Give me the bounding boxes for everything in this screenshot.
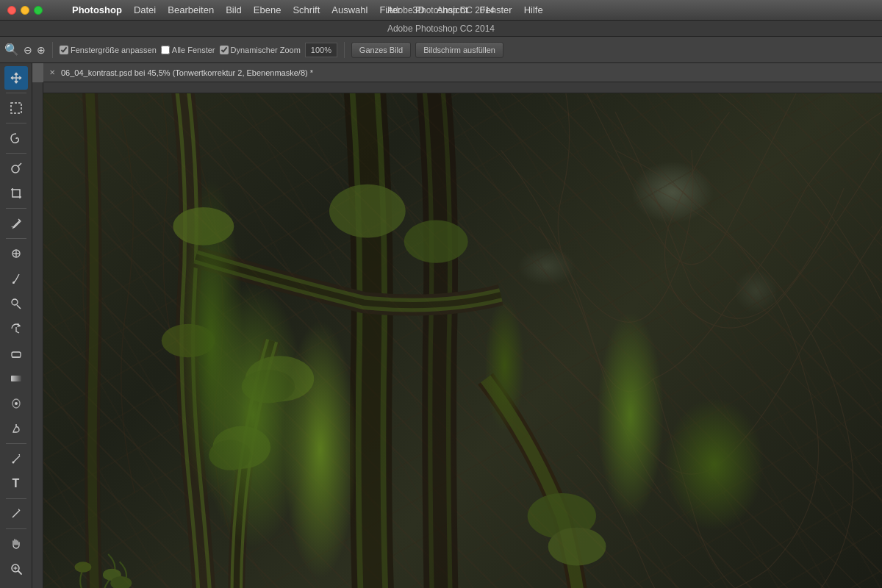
svg-rect-10: [11, 376, 21, 381]
menu-schrift[interactable]: Schrift: [287, 0, 326, 20]
svg-line-2: [18, 163, 21, 166]
alle-fenster-checkbox[interactable]: [161, 46, 170, 54]
blur-tool[interactable]: [4, 392, 28, 415]
menu-3d[interactable]: 3D: [406, 0, 431, 20]
menu-fenster[interactable]: Fenster: [474, 0, 518, 20]
tab-label: 06_04_kontrast.psd bei 45,5% (Tonwertkor…: [61, 68, 313, 77]
app-titlebar: Adobe Photoshop CC 2014: [0, 21, 882, 37]
canvas-area: ✕ 06_04_kontrast.psd bei 45,5% (Tonwertk…: [32, 63, 882, 588]
ruler-horizontal: [32, 82, 882, 93]
menu-ansicht[interactable]: Ansicht: [431, 0, 474, 20]
menu-photoshop[interactable]: Photoshop: [66, 0, 128, 20]
menu-bearbeiten[interactable]: Bearbeiten: [162, 0, 220, 20]
lasso-tool[interactable]: [4, 126, 28, 150]
image-canvas: [43, 93, 882, 588]
toolbar: T: [0, 63, 32, 588]
canvas-content[interactable]: [43, 93, 882, 588]
ruler-vertical: [32, 82, 43, 588]
menu-datei[interactable]: Datei: [128, 0, 162, 20]
zoom-plus-btn[interactable]: ⊕: [37, 44, 46, 56]
fenstergroesse-checkbox[interactable]: [60, 46, 68, 54]
quick-selection-tool[interactable]: [4, 157, 28, 180]
document-tab: ✕ 06_04_kontrast.psd bei 45,5% (Tonwertk…: [43, 63, 882, 82]
app-title: Adobe Photoshop CC 2014: [387, 24, 495, 34]
tab-close-icon[interactable]: ✕: [49, 68, 55, 76]
path-selection-tool[interactable]: [4, 502, 28, 526]
hand-tool[interactable]: [4, 532, 28, 556]
history-brush-tool[interactable]: [4, 317, 28, 340]
zoom-minus-btn[interactable]: ⊖: [24, 44, 32, 56]
menu-bild[interactable]: Bild: [220, 0, 248, 20]
ganzes-bild-button[interactable]: Ganzes Bild: [351, 42, 411, 58]
svg-line-15: [18, 571, 21, 574]
svg-point-7: [12, 299, 18, 305]
svg-point-13: [12, 462, 14, 464]
options-bar: 🔍 ⊖ ⊕ Fenstergröße anpassen Alle Fenster…: [0, 37, 882, 63]
zoom-tool[interactable]: [4, 557, 28, 581]
pen-tool[interactable]: [4, 447, 28, 470]
svg-rect-0: [11, 103, 21, 113]
zoom-icon: 🔍: [4, 43, 19, 57]
zoom-value-input[interactable]: [305, 43, 337, 57]
eraser-tool[interactable]: [4, 342, 28, 365]
crop-tool[interactable]: [4, 182, 28, 205]
type-tool[interactable]: T: [4, 472, 28, 495]
clone-stamp-tool[interactable]: [4, 292, 28, 315]
svg-rect-8: [12, 352, 21, 357]
dynamischer-zoom-checkbox[interactable]: [220, 46, 229, 54]
dodge-tool[interactable]: [4, 417, 28, 440]
workspace: T ✕: [0, 63, 882, 588]
healing-brush-tool[interactable]: [4, 242, 28, 265]
brush-tool[interactable]: [4, 267, 28, 290]
fenstergroesse-check-label[interactable]: Fenstergröße anpassen: [60, 46, 157, 54]
menu-filter[interactable]: Filter: [373, 0, 406, 20]
menu-hilfe[interactable]: Hilfe: [518, 0, 549, 20]
bildschirm-ausfuellen-button[interactable]: Bildschirm ausfüllen: [415, 42, 503, 58]
alle-fenster-check-label[interactable]: Alle Fenster: [161, 46, 215, 54]
svg-point-1: [12, 165, 19, 173]
titlebar: Photoshop Datei Bearbeiten Bild Ebene Sc…: [0, 0, 882, 21]
move-tool[interactable]: [4, 66, 28, 90]
svg-point-11: [15, 402, 18, 405]
dynamischer-zoom-check-label[interactable]: Dynamischer Zoom: [220, 46, 301, 54]
menu-ebene[interactable]: Ebene: [248, 0, 287, 20]
menu-auswahl[interactable]: Auswahl: [326, 0, 373, 20]
menu-bar: Photoshop Datei Bearbeiten Bild Ebene Sc…: [0, 0, 882, 20]
svg-point-6: [12, 282, 15, 284]
marquee-tool[interactable]: [4, 96, 28, 120]
gradient-tool[interactable]: [4, 367, 28, 390]
eyedropper-tool[interactable]: [4, 212, 28, 235]
